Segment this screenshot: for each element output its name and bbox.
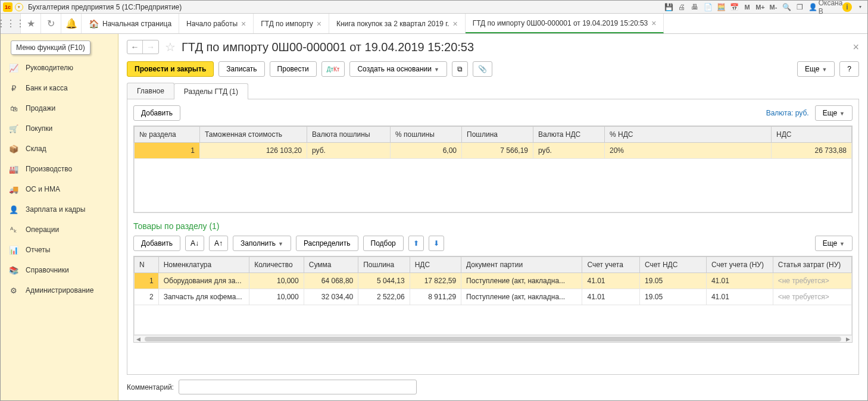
col-acc-nu[interactable]: Счет учета (НУ) (706, 257, 773, 273)
add-section-button[interactable]: Добавить (133, 105, 180, 121)
window-icon[interactable]: ❐ (795, 2, 804, 12)
sidebar-item-sales[interactable]: 🛍Продажи (1, 98, 118, 118)
col-sum[interactable]: Сумма (304, 257, 358, 273)
col-duty-cur[interactable]: Валюта пошлины (307, 127, 391, 143)
distribute-button[interactable]: Распределить (296, 236, 358, 251)
sort-desc-button[interactable]: A↑ (209, 236, 228, 251)
sidebar-item-warehouse[interactable]: 📦Склад (1, 139, 118, 159)
notifications-icon[interactable]: 🔔 (61, 14, 82, 33)
col-vat-cur[interactable]: Валюта НДС (533, 127, 605, 143)
col-qty[interactable]: Количество (249, 257, 304, 273)
tab-sections[interactable]: Разделы ГТД (1) (174, 83, 248, 99)
calendar-icon[interactable]: 📅 (729, 2, 739, 12)
col-duty[interactable]: Пошлина (358, 257, 410, 273)
goods-more-button[interactable]: Еще▼ (815, 236, 853, 251)
post-close-button[interactable]: Провести и закрыть (127, 61, 214, 77)
move-down-button[interactable]: ⬇ (429, 236, 444, 251)
print-preview-icon[interactable]: 🖶 (690, 2, 700, 12)
sidebar-item-operations[interactable]: ᴬₖОперации (1, 220, 118, 240)
tab-main[interactable]: Главное (127, 83, 174, 99)
zoom-icon[interactable]: 🔍 (782, 2, 791, 12)
star-icon[interactable]: ☆ (165, 40, 176, 54)
tabbar: ⋮⋮⋮ ★ ↻ 🔔 🏠 Начальная страница Начало ра… (1, 14, 867, 34)
nav-back-icon[interactable]: ← (127, 40, 143, 54)
goods-table[interactable]: N Номенклатура Количество Сумма Пошлина … (133, 256, 853, 343)
sort-asc-button[interactable]: A↓ (185, 236, 204, 251)
history-icon[interactable]: ↻ (41, 14, 61, 33)
sidebar-item-reports[interactable]: 📊Отчеты (1, 240, 118, 260)
add-good-button[interactable]: Добавить (133, 236, 180, 251)
user-name[interactable]: Оксана В (826, 2, 835, 12)
more-button[interactable]: Еще▼ (797, 61, 835, 77)
sidebar-item-assets[interactable]: 🚚ОС и НМА (1, 179, 118, 199)
col-acc[interactable]: Счет учета (582, 257, 640, 273)
sidebar-item-catalogs[interactable]: 📚Справочники (1, 260, 118, 280)
document-icon[interactable]: 📄 (703, 2, 713, 12)
horizontal-scrollbar[interactable]: ◀ ▶ (134, 335, 852, 342)
save-icon[interactable]: 💾 (664, 2, 673, 12)
scroll-left-icon[interactable]: ◀ (134, 336, 142, 343)
help-button[interactable]: ? (839, 61, 859, 77)
sidebar-label: Справочники (26, 266, 69, 274)
sidebar-item-bank[interactable]: ₽Банк и касса (1, 78, 118, 98)
col-exp[interactable]: Статья затрат (НУ) (773, 257, 851, 273)
user-icon[interactable]: 👤 (808, 2, 817, 12)
scrollbar-thumb[interactable] (145, 337, 841, 342)
attach-button[interactable]: 📎 (473, 61, 492, 77)
currency-link[interactable]: Валюта: руб. (766, 109, 809, 117)
menu-grid-icon[interactable]: ⋮⋮⋮ (1, 14, 21, 33)
col-batch[interactable]: Документ партии (461, 257, 582, 273)
col-section-n[interactable]: № раздела (135, 127, 200, 143)
table-row[interactable]: 1 126 103,20 руб. 6,00 7 566,19 руб. 20%… (135, 143, 852, 159)
info-dd-icon[interactable]: ▾ (855, 2, 865, 12)
sidebar-item-manager[interactable]: 📈Руководителю (1, 58, 118, 78)
close-doc-icon[interactable]: × (853, 41, 859, 54)
sidebar-item-production[interactable]: 🏭Производство (1, 159, 118, 179)
tab-purchase-book[interactable]: Книга покупок за 2 квартал 2019 г. × (329, 14, 466, 33)
m-icon[interactable]: M (742, 2, 752, 12)
app-dropdown-icon[interactable]: ▾ (15, 3, 23, 11)
favorite-icon[interactable]: ★ (21, 14, 41, 33)
sections-more-button[interactable]: Еще▼ (815, 105, 853, 121)
structure-button[interactable]: ⧉ (452, 61, 468, 77)
col-vat[interactable]: НДС (410, 257, 461, 273)
close-icon[interactable]: × (241, 19, 246, 29)
create-based-button[interactable]: Создать на основании▼ (349, 61, 447, 77)
calculator-icon[interactable]: 🧮 (716, 2, 726, 12)
col-duty[interactable]: Пошлина (462, 127, 533, 143)
col-vat[interactable]: НДС (772, 127, 852, 143)
col-duty-pct[interactable]: % пошлины (391, 127, 462, 143)
cart-icon: 🛒 (9, 124, 18, 133)
info-icon[interactable]: i (842, 2, 852, 12)
col-nomenclature[interactable]: Номенклатура (158, 257, 249, 273)
col-customs-cost[interactable]: Таможенная стоимость (200, 127, 307, 143)
fill-button[interactable]: Заполнить▼ (233, 236, 291, 251)
tab-gtd-doc[interactable]: ГТД по импорту 0Ш00-000001 от 19.04.2019… (466, 14, 664, 33)
tab-home[interactable]: 🏠 Начальная страница (82, 14, 179, 33)
col-vat-acc[interactable]: Счет НДС (640, 257, 707, 273)
close-icon[interactable]: × (317, 19, 321, 29)
print-icon[interactable]: 🖨 (677, 2, 686, 12)
dtkt-button[interactable]: ДтКт (321, 61, 345, 77)
select-button[interactable]: Подбор (363, 236, 404, 251)
close-icon[interactable]: × (452, 19, 457, 29)
table-row[interactable]: 2 Запчасть для кофема... 10,000 32 034,4… (135, 289, 852, 305)
post-button[interactable]: Провести (270, 61, 317, 77)
col-n[interactable]: N (135, 257, 159, 273)
m-plus-icon[interactable]: M+ (755, 2, 765, 12)
nav-forward-icon[interactable]: → (143, 40, 158, 54)
tab-gtd-list[interactable]: ГТД по импорту × (254, 14, 329, 33)
sidebar-item-payroll[interactable]: 👤Зарплата и кадры (1, 199, 118, 220)
sidebar-item-admin[interactable]: ⚙Администрирование (1, 280, 118, 300)
move-up-button[interactable]: ⬆ (408, 236, 424, 251)
table-row[interactable]: 1 Оборудования для за... 10,000 64 068,8… (135, 273, 852, 289)
sections-table[interactable]: № раздела Таможенная стоимость Валюта по… (133, 126, 853, 213)
col-vat-pct[interactable]: % НДС (605, 127, 772, 143)
m-minus-icon[interactable]: M- (769, 2, 778, 12)
close-icon[interactable]: × (651, 18, 656, 28)
scroll-right-icon[interactable]: ▶ (844, 336, 852, 343)
sidebar-item-purchases[interactable]: 🛒Покупки (1, 118, 118, 139)
tab-start[interactable]: Начало работы × (179, 14, 254, 33)
comment-input[interactable] (179, 380, 417, 394)
save-button[interactable]: Записать (218, 61, 264, 77)
